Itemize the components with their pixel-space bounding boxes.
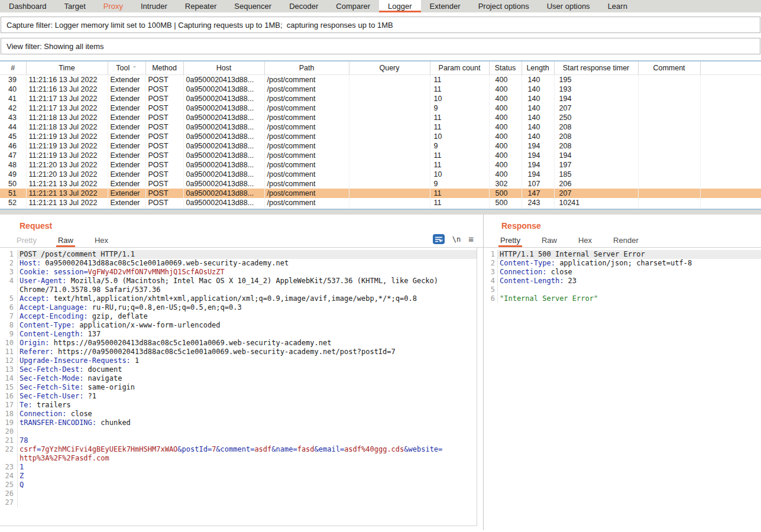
newline-characters-toggle-icon[interactable]: \n <box>452 235 461 244</box>
column-header-path[interactable]: Path <box>264 61 349 74</box>
cell-length: 140 <box>522 103 554 113</box>
response-tab-hex[interactable]: Hex <box>577 233 594 247</box>
response-tab-raw[interactable]: Raw <box>540 233 559 247</box>
menu-tab-sequencer[interactable]: Sequencer <box>225 0 280 12</box>
soft-wrap-toggle-icon[interactable] <box>433 234 445 244</box>
column-header-method[interactable]: Method <box>145 61 183 74</box>
line-number <box>0 454 18 463</box>
menu-tab-target[interactable]: Target <box>56 0 95 12</box>
table-row[interactable]: 4111:21:17 13 Jul 2022ExtenderPOST0a9500… <box>0 94 761 103</box>
cell-status: 500 <box>489 189 522 198</box>
request-tab-pretty[interactable]: Pretty <box>15 233 38 247</box>
menu-tab-comparer[interactable]: Comparer <box>327 0 379 12</box>
cell-comment <box>638 85 700 94</box>
editor-line: 4User-Agent: Mozilla/5.0 (Macintosh; Int… <box>0 277 477 286</box>
column-header-status[interactable]: Status <box>489 61 522 74</box>
table-row[interactable]: 4011:21:16 13 Jul 2022ExtenderPOST0a9500… <box>0 85 761 94</box>
menu-tab-proxy[interactable]: Proxy <box>95 0 132 12</box>
cell-tool: Extender <box>108 170 145 179</box>
horizontal-splitter[interactable] <box>0 210 761 215</box>
column-header-time[interactable]: Time <box>26 61 108 74</box>
menu-tab-dashboard[interactable]: Dashboard <box>0 0 56 12</box>
column-header-params[interactable]: Param count <box>430 61 489 74</box>
column-header-length[interactable]: Length <box>522 61 554 74</box>
line-number: 2 <box>484 259 498 268</box>
request-tab-bar: PrettyRawHex \n ≡ <box>0 232 483 248</box>
cell-path: /post/comment <box>264 198 349 207</box>
menu-tab-repeater[interactable]: Repeater <box>176 0 225 12</box>
menu-tab-project-options[interactable]: Project options <box>469 0 538 12</box>
table-row[interactable]: 5111:21:21 13 Jul 2022ExtenderPOST0a9500… <box>0 189 761 198</box>
cell-timer: 195 <box>554 74 638 85</box>
menu-tab-extender[interactable]: Extender <box>421 0 469 12</box>
line-content: tRANSFER-ENCODING: chunked <box>18 419 477 427</box>
table-row[interactable]: 4411:21:18 13 Jul 2022ExtenderPOST0a9500… <box>0 122 761 132</box>
cell-status: 400 <box>489 113 522 122</box>
cell-host: 0a9500020413d88... <box>183 74 264 85</box>
request-editor[interactable]: 1POST /post/comment HTTP/1.12Host: 0a950… <box>0 248 477 525</box>
editor-menu-icon[interactable]: ≡ <box>468 234 474 244</box>
cell-length: 194 <box>522 170 554 179</box>
table-row[interactable]: 4311:21:18 13 Jul 2022ExtenderPOST0a9500… <box>0 113 761 122</box>
column-header-host[interactable]: Host <box>183 61 264 74</box>
column-header-query[interactable]: Query <box>349 61 430 74</box>
menu-tab-decoder[interactable]: Decoder <box>280 0 327 12</box>
menu-tab-intruder[interactable]: Intruder <box>132 0 176 12</box>
request-tab-raw[interactable]: Raw <box>56 233 75 247</box>
menu-tab-logger[interactable]: Logger <box>379 0 420 12</box>
editor-line: 2178 <box>0 436 477 445</box>
table-row[interactable]: 4811:21:20 13 Jul 2022ExtenderPOST0a9500… <box>0 160 761 170</box>
menu-tab-user-options[interactable]: User options <box>538 0 599 12</box>
line-content: User-Agent: Mozilla/5.0 (Macintosh; Inte… <box>18 277 477 286</box>
table-row[interactable]: 4911:21:20 13 Jul 2022ExtenderPOST0a9500… <box>0 170 761 179</box>
editor-line: 5 <box>484 286 761 294</box>
response-tab-render[interactable]: Render <box>611 233 640 247</box>
editor-line: 6"Internal Server Error" <box>484 294 761 303</box>
cell-status: 400 <box>489 170 522 179</box>
table-row[interactable]: 3911:21:16 13 Jul 2022ExtenderPOST0a9500… <box>0 74 761 85</box>
cell-length: 140 <box>522 74 554 85</box>
cell-timer: 208 <box>554 132 638 141</box>
cell-length: 140 <box>522 113 554 122</box>
editor-line: 14Sec-Fetch-Mode: navigate <box>0 374 477 383</box>
menu-tab-learn[interactable]: Learn <box>599 0 636 12</box>
cell-timer: 208 <box>554 141 638 151</box>
cell-path: /post/comment <box>264 85 349 94</box>
editor-line: 231 <box>0 463 477 472</box>
cell-length: 194 <box>522 151 554 160</box>
cell-params: 11 <box>430 74 489 85</box>
line-content <box>18 427 477 436</box>
table-row[interactable]: 4511:21:19 13 Jul 2022ExtenderPOST0a9500… <box>0 132 761 141</box>
cell-params: 9 <box>430 179 489 189</box>
line-content: POST /post/comment HTTP/1.1 <box>18 250 477 259</box>
view-filter-bar[interactable]: View filter: Showing all items <box>1 38 760 54</box>
table-header-row: #TimeTool⌃MethodHostPathQueryParam count… <box>0 61 761 74</box>
editor-line: 18Connection: close <box>0 410 477 419</box>
editor-line: 17Te: trailers <box>0 401 477 410</box>
table-row[interactable]: 4211:21:17 13 Jul 2022ExtenderPOST0a9500… <box>0 103 761 113</box>
capture-filter-bar[interactable]: Capture filter: Logger memory limit set … <box>1 17 760 33</box>
line-content: Accept-Encoding: gzip, deflate <box>18 312 477 321</box>
cell-time: 11:21:21 13 Jul 2022 <box>26 179 108 189</box>
cell-status: 400 <box>489 132 522 141</box>
cell-params: 11 <box>430 122 489 132</box>
cell-status: 302 <box>489 179 522 189</box>
cell-num: 50 <box>0 179 26 189</box>
response-tab-bar: PrettyRawHexRender <box>484 232 761 248</box>
column-header-comment[interactable]: Comment <box>638 61 700 74</box>
table-row[interactable]: 4611:21:19 13 Jul 2022ExtenderPOST0a9500… <box>0 141 761 151</box>
column-header-num[interactable]: # <box>0 61 26 74</box>
table-row[interactable]: 5211:21:21 13 Jul 2022ExtenderPOST0a9500… <box>0 198 761 207</box>
request-tab-hex[interactable]: Hex <box>93 233 110 247</box>
table-row[interactable]: 5011:21:21 13 Jul 2022ExtenderPOST0a9500… <box>0 179 761 189</box>
column-header-tool[interactable]: Tool⌃ <box>108 61 145 74</box>
response-tab-pretty[interactable]: Pretty <box>498 233 522 247</box>
cell-filler <box>700 85 761 94</box>
response-editor[interactable]: 1HTTP/1.1 500 Internal Server Error2Cont… <box>484 248 761 526</box>
cell-filler <box>700 160 761 170</box>
line-number: 1 <box>484 250 498 259</box>
cell-time: 11:21:21 13 Jul 2022 <box>26 198 108 207</box>
line-content: Upgrade-Insecure-Requests: 1 <box>18 356 477 365</box>
column-header-timer[interactable]: Start response timer <box>554 61 638 74</box>
table-row[interactable]: 4711:21:19 13 Jul 2022ExtenderPOST0a9500… <box>0 151 761 160</box>
